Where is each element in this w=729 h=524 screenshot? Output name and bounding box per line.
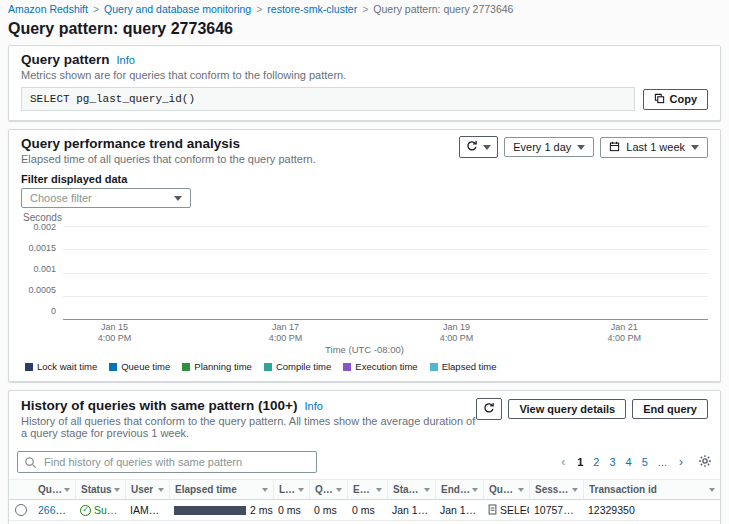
column-header[interactable]: Query id — [33, 480, 75, 499]
chart-legend: Lock wait timeQueue timePlanning timeCom… — [25, 361, 708, 372]
gridline — [63, 296, 708, 297]
search-box — [17, 451, 317, 473]
column-header-label: Status — [81, 484, 112, 495]
refresh-button[interactable] — [459, 136, 498, 158]
search-input[interactable] — [17, 451, 317, 473]
page-number-button[interactable]: 2 — [588, 454, 604, 470]
chevron-down-icon — [577, 145, 585, 150]
breadcrumb-link-cluster[interactable]: restore-smk-cluster — [267, 3, 357, 15]
copy-button[interactable]: Copy — [643, 89, 709, 110]
column-header[interactable]: Lock w... — [273, 480, 309, 499]
start-time-cell: Jan 17th, ... — [387, 504, 435, 516]
x-axis-labels: Jan 154:00 PMJan 174:00 PMJan 194:00 PMJ… — [63, 322, 708, 343]
legend-label: Execution time — [355, 361, 417, 372]
time-range-select[interactable]: Last 1 week — [600, 137, 708, 158]
breadcrumb-link-redshift[interactable]: Amazon Redshift — [8, 3, 88, 15]
trend-chart: Seconds 0.0020.00150.0010.00050 Jan 154:… — [21, 212, 708, 372]
chevron-down-icon — [691, 145, 699, 150]
page-number-button[interactable]: ... — [653, 454, 672, 470]
sort-caret-icon — [572, 488, 578, 492]
interval-value: Every 1 day — [513, 141, 571, 153]
query-pattern-card: Query patternInfo Metrics shown are for … — [8, 45, 721, 121]
end-time-cell: Jan 17th, ... — [435, 504, 483, 516]
sort-caret-icon — [158, 488, 164, 492]
column-header[interactable]: Session i... — [529, 480, 583, 499]
transaction-id-cell: 12329350 — [583, 504, 720, 516]
sort-caret-icon — [376, 488, 382, 492]
breadcrumb-separator: > — [362, 3, 368, 15]
copy-button-label: Copy — [670, 93, 698, 105]
select-all-header — [9, 480, 33, 499]
row-select-radio[interactable] — [15, 504, 27, 516]
column-header[interactable]: Status — [75, 480, 125, 499]
search-icon — [24, 456, 37, 472]
legend-item[interactable]: Planning time — [182, 361, 252, 372]
filter-placeholder: Choose filter — [30, 192, 92, 204]
sort-caret-icon — [336, 488, 342, 492]
gridline — [63, 249, 708, 250]
column-header[interactable]: Transaction id — [583, 480, 720, 499]
breadcrumb-separator: > — [256, 3, 262, 15]
filter-select[interactable]: Choose filter — [21, 188, 191, 208]
previous-page-button[interactable]: ‹ — [556, 453, 570, 471]
x-tick-label: Jan 194:00 PM — [440, 322, 474, 344]
page-number-button[interactable]: 1 — [572, 454, 588, 470]
trend-analysis-card: Query performance trend analysis Elapsed… — [8, 129, 721, 382]
column-header[interactable]: Executi... — [347, 480, 387, 499]
history-title: History of queries with same pattern (10… — [21, 398, 297, 413]
sort-caret-icon — [298, 488, 304, 492]
x-tick-label: Jan 214:00 PM — [607, 322, 641, 344]
legend-item[interactable]: Queue time — [109, 361, 170, 372]
legend-swatch — [109, 363, 117, 371]
column-header[interactable]: Queue ti... — [309, 480, 347, 499]
legend-label: Queue time — [121, 361, 170, 372]
column-header[interactable]: End time — [435, 480, 483, 499]
queue-time-cell: 0 ms — [309, 504, 347, 516]
legend-item[interactable]: Execution time — [343, 361, 417, 372]
column-header-label: Start tim... — [393, 484, 422, 495]
breadcrumb-separator: > — [93, 3, 99, 15]
column-header[interactable]: Start tim... — [387, 480, 435, 499]
column-header-label: Transaction id — [589, 484, 657, 495]
lock-wait-time-cell: 0 ms — [273, 504, 309, 516]
page-number-button[interactable]: 4 — [621, 454, 637, 470]
legend-item[interactable]: Elapsed time — [430, 361, 497, 372]
y-tick-label: 0.0005 — [21, 285, 56, 295]
end-query-button[interactable]: End query — [632, 399, 708, 419]
interval-select[interactable]: Every 1 day — [504, 137, 594, 157]
table-row[interactable]: 2666717 ✓ Success IAMR:Ad... 2 ms 0 ms 0… — [9, 500, 720, 521]
breadcrumb: Amazon Redshift>Query and database monit… — [8, 3, 721, 15]
sort-caret-icon — [64, 488, 70, 492]
x-axis-title: Time (UTC -08:00) — [21, 344, 708, 355]
column-header-label: Executi... — [353, 484, 374, 495]
page-number-button[interactable]: 3 — [604, 454, 620, 470]
page-number-button[interactable]: 5 — [637, 454, 653, 470]
column-header[interactable]: Elapsed time — [169, 480, 273, 499]
page: Amazon Redshift>Query and database monit… — [0, 0, 729, 524]
query-id-link[interactable]: 2666717 — [38, 504, 75, 516]
column-header-label: Elapsed time — [175, 484, 237, 495]
legend-item[interactable]: Lock wait time — [25, 361, 97, 372]
legend-item[interactable]: Compile time — [264, 361, 331, 372]
status-label: Success — [94, 504, 120, 516]
sort-caret-icon — [518, 488, 524, 492]
column-header-label: User — [131, 484, 153, 495]
success-check-icon: ✓ — [80, 505, 91, 516]
query-text-cell: SELECT... — [483, 504, 529, 517]
refresh-icon — [466, 140, 478, 154]
elapsed-bar — [174, 506, 246, 515]
table-settings-button[interactable] — [698, 454, 712, 471]
query-pattern-info-link[interactable]: Info — [117, 54, 135, 66]
history-info-link[interactable]: Info — [304, 400, 322, 412]
column-header[interactable]: Query te... — [483, 480, 529, 499]
sort-caret-icon — [424, 488, 430, 492]
table-header-row: Query idStatusUserElapsed timeLock w...Q… — [9, 480, 720, 500]
status-cell: ✓ Success — [75, 504, 125, 516]
execution-time-cell: 0 ms — [347, 504, 387, 516]
next-page-button[interactable]: › — [674, 453, 688, 471]
view-query-details-button[interactable]: View query details — [508, 399, 626, 419]
column-header[interactable]: User — [125, 480, 169, 499]
breadcrumb-link-monitoring[interactable]: Query and database monitoring — [104, 3, 251, 15]
history-refresh-button[interactable] — [476, 398, 502, 420]
calendar-icon — [609, 141, 620, 154]
